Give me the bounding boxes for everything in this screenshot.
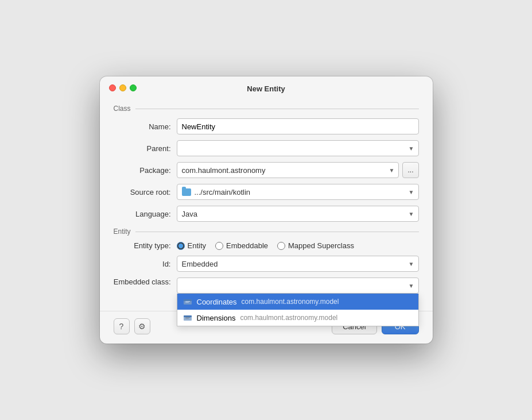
language-select[interactable]: Java Kotlin: [177, 206, 419, 222]
title-bar: New Entity: [100, 76, 433, 99]
package-select[interactable]: com.haulmont.astronomy: [177, 162, 399, 178]
embedded-class-row: Embedded class: ▼: [114, 278, 419, 294]
package-label: Package:: [114, 166, 177, 175]
svg-rect-2: [185, 301, 190, 302]
embedded-class-label: Embedded class:: [114, 278, 177, 286]
dimensions-item-package: com.haulmont.astronomy.model: [240, 314, 337, 322]
embeddable-radio-label: Embeddable: [226, 241, 268, 250]
svg-rect-1: [184, 299, 192, 301]
package-select-wrapper: com.haulmont.astronomy ▼: [177, 162, 399, 178]
id-select[interactable]: Embedded Integer Long UUID: [177, 256, 419, 272]
name-label: Name:: [114, 122, 177, 131]
folder-icon: [182, 188, 191, 196]
package-row: Package: com.haulmont.astronomy ▼ ...: [114, 162, 419, 178]
new-entity-dialog: New Entity Class Name: Parent: ▼: [100, 76, 433, 344]
close-button[interactable]: [109, 84, 116, 91]
entity-type-options: Entity Embeddable Mapped Superclass: [177, 241, 419, 250]
entity-radio-label: Entity: [188, 241, 207, 250]
language-label: Language:: [114, 210, 177, 218]
embeddable-radio[interactable]: [215, 242, 223, 250]
id-control: Embedded Integer Long UUID ▼: [177, 256, 419, 272]
settings-button[interactable]: ⚙: [134, 318, 150, 334]
parent-row: Parent: ▼: [114, 140, 419, 156]
source-root-label: Source root:: [114, 188, 177, 196]
maximize-button[interactable]: [130, 84, 137, 91]
parent-select[interactable]: [177, 140, 419, 156]
name-input[interactable]: [177, 118, 419, 134]
language-row: Language: Java Kotlin ▼: [114, 206, 419, 222]
package-control: com.haulmont.astronomy ▼ ...: [177, 162, 419, 178]
entity-type-label: Entity type:: [114, 241, 177, 250]
package-row-inner: com.haulmont.astronomy ▼ ...: [177, 162, 419, 178]
embedded-class-input[interactable]: [177, 278, 419, 294]
id-label: Id:: [114, 260, 177, 268]
embedded-class-control: ▼ Coordinates com.haulmont.astronomy.mo: [177, 278, 419, 294]
dialog-body: Class Name: Parent: ▼ Package:: [100, 99, 433, 309]
source-root-field[interactable]: .../src/main/kotlin: [177, 184, 419, 200]
dialog-title: New Entity: [247, 84, 285, 93]
minimize-button[interactable]: [119, 84, 126, 91]
coordinates-item-package: com.haulmont.astronomy.model: [242, 298, 339, 306]
entity-type-control: Entity Embeddable Mapped Superclass: [177, 241, 419, 250]
traffic-lights: [109, 84, 137, 91]
source-root-control: .../src/main/kotlin ▼: [177, 184, 419, 200]
class-section-label: Class: [114, 105, 419, 113]
entity-type-row: Entity type: Entity Embeddable Mapped Su…: [114, 241, 419, 250]
coordinates-item-name: Coordinates: [197, 298, 237, 306]
svg-rect-5: [184, 315, 192, 317]
parent-select-wrapper: ▼: [177, 140, 419, 156]
dropdown-item-coordinates[interactable]: Coordinates com.haulmont.astronomy.model: [177, 294, 418, 310]
id-select-wrapper: Embedded Integer Long UUID ▼: [177, 256, 419, 272]
browse-button[interactable]: ...: [402, 162, 418, 178]
name-row: Name:: [114, 118, 419, 134]
entity-radio[interactable]: [177, 242, 185, 250]
coordinates-entity-icon: [183, 297, 192, 306]
embedded-class-dropdown: Coordinates com.haulmont.astronomy.model…: [177, 294, 419, 326]
source-root-row: Source root: .../src/main/kotlin ▼: [114, 184, 419, 200]
entity-radio-option[interactable]: Entity: [177, 241, 207, 250]
mapped-superclass-radio-label: Mapped Superclass: [288, 241, 354, 250]
svg-rect-6: [185, 317, 190, 318]
footer-left: ? ⚙: [114, 318, 150, 334]
help-button[interactable]: ?: [114, 318, 130, 334]
dropdown-item-dimensions[interactable]: Dimensions com.haulmont.astronomy.model: [177, 310, 418, 326]
svg-rect-7: [185, 318, 189, 319]
mapped-superclass-radio[interactable]: [277, 242, 285, 250]
entity-section-label: Entity: [114, 228, 419, 236]
language-control: Java Kotlin ▼: [177, 206, 419, 222]
parent-control: ▼: [177, 140, 419, 156]
source-root-text: .../src/main/kotlin: [195, 188, 251, 196]
language-select-wrapper: Java Kotlin ▼: [177, 206, 419, 222]
svg-rect-3: [185, 302, 189, 303]
parent-label: Parent:: [114, 144, 177, 153]
dimensions-item-name: Dimensions: [197, 314, 236, 322]
id-row: Id: Embedded Integer Long UUID ▼: [114, 256, 419, 272]
dimensions-entity-icon: [183, 313, 192, 322]
embedded-class-field-wrapper: ▼: [177, 278, 419, 294]
source-root-select-wrapper: .../src/main/kotlin ▼: [177, 184, 419, 200]
embeddable-radio-option[interactable]: Embeddable: [215, 241, 268, 250]
embedded-class-wrapper: ▼ Coordinates com.haulmont.astronomy.mo: [177, 278, 419, 294]
name-control: [177, 118, 419, 134]
mapped-superclass-radio-option[interactable]: Mapped Superclass: [277, 241, 354, 250]
